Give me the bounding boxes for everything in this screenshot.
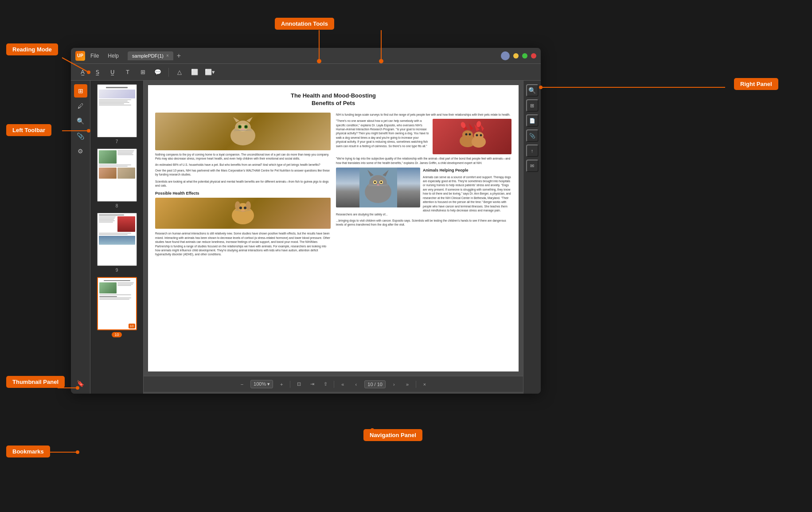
tool-textbox-btn[interactable]: ⊞	[137, 66, 149, 78]
pdf-col1-text: Nothing compares to the joy of coming ho…	[155, 152, 331, 177]
tool-text-btn[interactable]: T	[121, 66, 134, 78]
menu-bar: File Help	[89, 52, 121, 60]
window-controls	[501, 51, 536, 60]
pdf-dog-image	[155, 198, 331, 229]
nav-separator-3	[416, 381, 416, 388]
close-nav-btn[interactable]: ×	[420, 379, 429, 389]
pdf-gray-cat-image	[336, 168, 420, 207]
lt-settings-btn[interactable]: ⚙	[74, 145, 87, 158]
fit-width-btn[interactable]: ⇥	[307, 379, 317, 389]
rt-view-btn[interactable]: ⊞	[526, 99, 539, 112]
svg-point-35	[244, 207, 246, 209]
callout-annotation-tools: Annotation Tools	[275, 18, 334, 30]
fit-height-btn[interactable]: ⇧	[320, 379, 330, 389]
svg-point-61	[380, 181, 382, 183]
lt-attach-btn[interactable]: 📎	[74, 129, 87, 143]
window-maximize-btn[interactable]	[522, 53, 527, 59]
zoom-level-display: 100% ▾	[250, 380, 273, 388]
window-close-btn[interactable]	[531, 53, 536, 59]
pdf-col2-quote2: "We're trying to tap into the subjective…	[336, 156, 511, 165]
pdf-page: The Health and Mood-Boosting Benefits of…	[144, 81, 523, 376]
tab-samplepdf[interactable]: samplePDF(1) ×	[128, 51, 173, 60]
svg-point-24	[245, 126, 247, 128]
svg-point-60	[374, 181, 376, 183]
callout-bookmarks: Bookmarks	[6, 446, 50, 457]
main-area: ⊞ 🖊 🔍 📎 ⚙ 🔖	[71, 81, 541, 394]
thumb-num-8: 8	[116, 203, 118, 208]
tool-rect-btn[interactable]: ⬜	[188, 66, 201, 78]
app-window: UP File Help samplePDF(1) × + A̲ S̲ U̲ T…	[71, 48, 541, 394]
next-page-btn[interactable]: ›	[389, 379, 399, 389]
menu-file[interactable]: File	[89, 52, 101, 60]
rt-upload-btn[interactable]: ↑	[526, 145, 539, 157]
prev-page-btn[interactable]: ‹	[351, 379, 361, 389]
thumbnail-page-10[interactable]: 10 10	[93, 277, 141, 337]
pdf-section1-title: Possible Health Effects	[155, 191, 331, 196]
svg-marker-44	[469, 123, 473, 130]
rt-export-btn[interactable]: 📄	[526, 114, 539, 127]
pdf-col1-below: Scientists are looking at what the poten…	[155, 180, 331, 188]
callout-right-panel: Right Panel	[734, 78, 778, 90]
user-avatar	[501, 51, 510, 60]
window-minimize-btn[interactable]	[513, 53, 519, 59]
thumb-img-8	[97, 149, 137, 202]
zoom-out-btn[interactable]: −	[237, 379, 247, 389]
svg-point-23	[239, 126, 241, 128]
callout-navigation-panel: Navigation Panel	[363, 429, 422, 441]
pdf-columns: Nothing compares to the joy of coming ho…	[155, 113, 511, 364]
left-toolbar: ⊞ 🖊 🔍 📎 ⚙ 🔖	[71, 81, 90, 394]
svg-point-34	[239, 207, 242, 209]
thumbnail-page-7[interactable]: 7	[93, 84, 141, 144]
tool-underline2-btn[interactable]: U̲	[106, 66, 119, 78]
rt-share-btn[interactable]: 📎	[526, 129, 539, 142]
svg-point-62	[377, 184, 379, 186]
navigation-bar: − 100% ▾ + ⊡ ⇥ ⇧ « ‹ 10 / 10 › »	[144, 376, 523, 392]
thumb-badge-10: 10	[112, 332, 121, 337]
tool-comment-btn[interactable]: 💬	[152, 66, 164, 78]
svg-point-11	[76, 450, 79, 454]
app-logo: UP	[75, 51, 85, 61]
pdf-title: The Health and Mood-Boosting Benefits of…	[155, 92, 511, 107]
rt-email-btn[interactable]: ✉	[526, 160, 539, 172]
lt-annotate-btn[interactable]: 🖊	[74, 99, 87, 113]
right-toolbar: 🔍 ⊞ 📄 📎 ↑ ✉	[523, 81, 541, 394]
tool-shape-btn[interactable]: △	[173, 66, 186, 78]
svg-point-55	[369, 175, 387, 191]
lt-thumbnail-btn[interactable]: ⊞	[74, 84, 87, 98]
svg-point-49	[465, 133, 467, 136]
tool-strikethrough-btn[interactable]: S̲	[91, 66, 104, 78]
tab-add-btn[interactable]: +	[177, 52, 181, 60]
lt-bookmark-btn[interactable]: 🔖	[74, 377, 87, 390]
tool-more-btn[interactable]: ⬜▾	[203, 66, 216, 78]
page-number-display: 10 / 10	[364, 380, 386, 388]
lt-search-btn[interactable]: 🔍	[74, 114, 87, 128]
rt-search-btn[interactable]: 🔍	[526, 84, 539, 97]
annotation-toolbar: A̲ S̲ U̲ T ⊞ 💬 △ ⬜ ⬜▾	[71, 64, 541, 81]
toolbar-separator-1	[168, 68, 169, 77]
thumb-img-10: 10	[97, 277, 137, 330]
svg-marker-19	[246, 117, 253, 122]
pdf-section1-text: Research on human-animal interactions is…	[155, 231, 331, 257]
svg-point-42	[474, 132, 484, 140]
last-page-btn[interactable]: »	[402, 379, 412, 389]
svg-point-33	[246, 201, 251, 210]
first-page-btn[interactable]: «	[338, 379, 347, 389]
callout-left-toolbar: Left Toolbar	[6, 124, 51, 136]
menu-help[interactable]: Help	[106, 52, 121, 60]
svg-point-50	[468, 133, 471, 136]
svg-point-51	[476, 134, 478, 137]
svg-point-41	[462, 130, 473, 139]
thumb-img-7	[97, 84, 137, 137]
zoom-in-btn[interactable]: +	[277, 379, 286, 389]
svg-marker-18	[233, 117, 239, 122]
thumbnail-page-8[interactable]: 8	[93, 149, 141, 208]
thumbnail-page-9[interactable]: 9	[93, 213, 141, 273]
svg-marker-46	[480, 124, 484, 131]
tool-underline-btn[interactable]: A̲	[76, 66, 89, 78]
fit-page-btn[interactable]: ⊡	[294, 379, 304, 389]
svg-point-52	[480, 134, 482, 137]
callout-reading-mode: Reading Mode	[6, 43, 58, 55]
title-bar: UP File Help samplePDF(1) × +	[71, 48, 541, 64]
pdf-col-right: NIH is funding large-scale surveys to fi…	[336, 113, 511, 364]
tab-close-btn[interactable]: ×	[166, 53, 169, 58]
